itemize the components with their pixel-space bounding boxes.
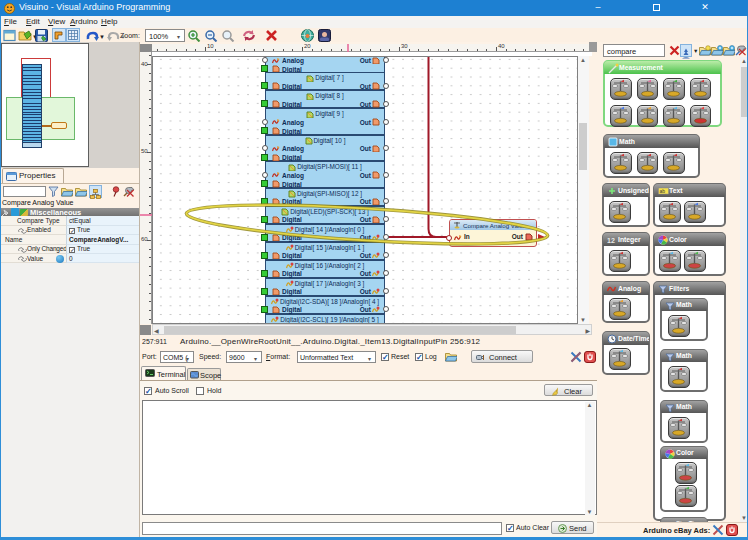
svg-text:ab: ab [660, 188, 666, 194]
svg-text:12: 12 [607, 237, 615, 244]
